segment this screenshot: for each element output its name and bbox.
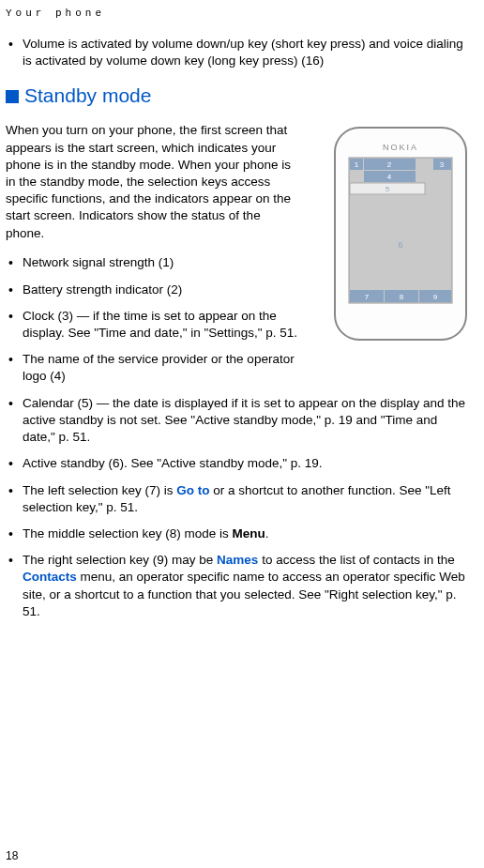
page-number: 18 [6,849,18,862]
list-item: The left selection key (7) is Go to or a… [6,482,471,516]
svg-text:7: 7 [365,293,370,301]
svg-text:5: 5 [386,185,390,193]
section-intro: When you turn on your phone, the first s… [6,122,296,242]
menu-label: Menu [233,526,265,541]
phone-illustration: NOKIA 1 2 3 4 5 6 7 [330,126,471,342]
link-contacts: Contacts [23,570,77,584]
list-item: Clock (3) — if the time is set to appear… [6,308,313,342]
list-item: Network signal strength (1) [6,254,313,271]
list-item: The name of the service provider or the … [6,351,313,385]
list-item: The right selection key (9) may be Names… [6,552,471,620]
list-item: The middle selection key (8) mode is Men… [6,525,471,542]
square-icon [6,90,19,103]
list-item: Calendar (5) — the date is displayed if … [6,395,471,447]
list-item: Active standby (6). See "Active standby … [6,455,471,472]
svg-text:4: 4 [387,173,392,181]
svg-text:3: 3 [440,160,445,169]
brand-label: NOKIA [383,143,418,152]
svg-text:8: 8 [400,293,404,301]
bullet-top: Volume is activated by volume down/up ke… [6,36,471,69]
svg-text:6: 6 [398,240,402,250]
svg-text:9: 9 [433,293,438,301]
svg-text:2: 2 [387,160,392,169]
running-head: Your phone [6,8,471,19]
phone-figure: NOKIA 1 2 3 4 5 6 7 [330,126,471,342]
list-item: Battery strength indicator (2) [6,282,313,298]
section-title: Standby mode [24,83,151,109]
section-heading: Standby mode [6,83,471,109]
link-goto: Go to [176,483,209,497]
svg-text:1: 1 [355,160,359,169]
link-names: Names [217,553,258,567]
